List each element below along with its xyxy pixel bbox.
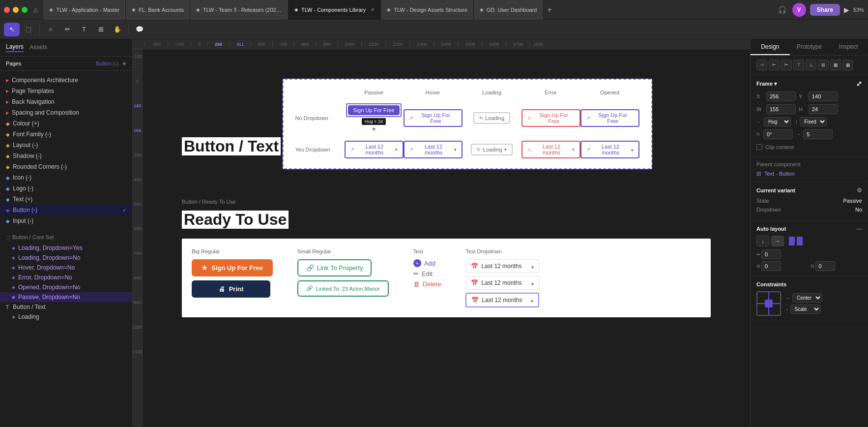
cell-error-no-dropdown[interactable]: ⚠ Sign Up For Free — [521, 109, 580, 127]
text-tool[interactable]: T — [76, 23, 92, 36]
cell-hover-no-dropdown[interactable]: ↗ Sign Up For Free — [404, 109, 463, 127]
page-item-button[interactable]: ◆ Button (-) ✓ — [0, 205, 132, 215]
layer-loading-yes[interactable]: ◈ Loading, Dropdown=Yes — [0, 243, 132, 253]
expand-icon[interactable]: ⤢ — [856, 80, 862, 88]
page-item-shadow[interactable]: ◆ Shadow (-) — [0, 151, 132, 161]
page-item-colour[interactable]: ◆ Colour (+) — [0, 118, 132, 129]
dropdown-widget-1[interactable]: 📅 Last 12 months ▴ — [465, 259, 539, 273]
layer-loading-no[interactable]: ◈ Loading, Dropdown=No — [0, 253, 132, 263]
clip-checkbox[interactable] — [756, 144, 762, 150]
align-top-icon[interactable]: ⊤ — [793, 60, 804, 70]
shape-tool[interactable]: ○ — [43, 23, 58, 36]
inspect-tab[interactable]: Inspect — [829, 39, 868, 55]
page-item-templates[interactable]: ▶ Page Templates — [0, 86, 132, 96]
layer-hover-no[interactable]: ◈ Hover, Dropdown=No — [0, 263, 132, 273]
prototype-tab[interactable]: Prototype — [790, 39, 829, 55]
page-item-spacing[interactable]: ▶ Spacing and Composition — [0, 107, 132, 118]
share-button[interactable]: Share — [810, 4, 840, 16]
y-input[interactable] — [809, 92, 838, 101]
distribute-v-icon[interactable]: ▦ — [842, 60, 853, 70]
maximize-button[interactable] — [22, 7, 28, 13]
hand-tool[interactable]: ✋ — [110, 23, 125, 36]
link-property-button[interactable]: 🔗 Link To Property — [297, 259, 372, 276]
align-right-icon[interactable]: ⊢ — [781, 60, 792, 70]
cell-passive-yes-dropdown[interactable]: ↗ Last 12 months ▾ — [345, 141, 404, 158]
home-icon[interactable]: ⌂ — [33, 6, 37, 14]
align-center-h-icon[interactable]: ⊢ — [769, 60, 780, 70]
delete-button[interactable]: 🗑 Delete — [413, 280, 441, 288]
frame-tool[interactable]: ⬚ — [21, 23, 36, 36]
edit-button[interactable]: ✏ Edit — [413, 270, 433, 277]
pen-tool[interactable]: ✏ — [59, 23, 75, 36]
gap-input[interactable] — [761, 249, 781, 259]
component-tool[interactable]: ⊞ — [93, 23, 109, 36]
loading-button[interactable]: ↻ Loading — [473, 112, 510, 124]
h-constraint-select[interactable]: Center Left Right Scale — [792, 293, 822, 303]
move-tool[interactable]: ↖ — [4, 23, 20, 36]
layer-opened-no[interactable]: ◈ Opened, Dropdown=No — [0, 282, 132, 292]
al-right-arrow[interactable]: → — [771, 236, 784, 246]
pad-right-input[interactable] — [815, 261, 835, 271]
corner-input[interactable] — [803, 129, 833, 139]
align-center-v-icon[interactable]: ⊥ — [806, 60, 816, 70]
fixed-select[interactable]: Fixed Hug Fill — [800, 117, 827, 126]
headphones-icon[interactable]: 🎧 — [776, 4, 788, 16]
error-button[interactable]: ⚠ Sign Up For Free — [521, 109, 580, 127]
tab-bank[interactable]: ◈ FL. Bank Accounts — [126, 0, 190, 20]
page-item-logo[interactable]: ◆ Logo (-) — [0, 183, 132, 194]
cell-loading-yes-dropdown[interactable]: ↻ Loading ▾ — [463, 144, 521, 155]
dropdown-error-button[interactable]: ⚠ Last 12 months ▾ — [521, 141, 580, 158]
distribute-h-icon[interactable]: ▦ — [830, 60, 841, 70]
layers-tab[interactable]: Layers — [6, 43, 24, 52]
layer-button-text[interactable]: T Button / Text — [0, 302, 132, 312]
dropdown-widget-3[interactable]: 📅 Last 12 months ▴ — [465, 293, 539, 307]
dropdown-hover-button[interactable]: ↗ Last 12 months ▾ — [404, 141, 463, 158]
cell-hover-yes-dropdown[interactable]: ↗ Last 12 months ▾ — [404, 141, 463, 158]
page-item-components-arch[interactable]: ▶ Components Architecture — [0, 75, 132, 86]
cell-opened-no-dropdown[interactable]: ↗ Sign Up For Free — [580, 109, 639, 127]
al-down-arrow[interactable]: ↓ — [756, 236, 769, 246]
hug-select[interactable]: Hug Fixed Fill — [764, 117, 791, 126]
user-avatar[interactable]: V — [792, 3, 806, 17]
layer-loading[interactable]: ◈ Loading — [0, 312, 132, 322]
h-input[interactable] — [809, 104, 838, 114]
play-button[interactable]: ▶ — [844, 6, 849, 14]
minimize-button[interactable] — [13, 7, 19, 13]
tab-design-assets[interactable]: ◈ TLW - Design Assets Structure — [381, 0, 474, 20]
align-left-icon[interactable]: ⊣ — [756, 60, 767, 70]
cell-passive-no-dropdown[interactable]: Sign Up For Free Hug × 24 + — [345, 103, 404, 133]
add-button[interactable]: + Add — [413, 259, 435, 267]
parent-comp-label[interactable]: Text - Button — [764, 171, 795, 177]
linked-button[interactable]: 🔗 Linked To: 23 Acton Manor — [297, 280, 389, 297]
page-item-input[interactable]: ◆ Input (-) — [0, 215, 132, 226]
add-page-icon[interactable]: + — [122, 60, 126, 67]
design-tab[interactable]: Design — [751, 39, 790, 55]
page-item-layout[interactable]: ◆ Layout (-) — [0, 140, 132, 151]
v-constraint-select[interactable]: Scale Top Bottom Center — [790, 305, 821, 314]
cell-opened-yes-dropdown[interactable]: ↗ Last 12 months ▴ — [580, 141, 639, 158]
align-bottom-icon[interactable]: ⊞ — [818, 60, 829, 70]
x-input[interactable] — [766, 92, 796, 101]
print-button[interactable]: 🖨 Print — [192, 280, 270, 298]
rotation-input[interactable] — [763, 129, 793, 139]
w-input[interactable] — [766, 104, 796, 114]
opened-button[interactable]: ↗ Sign Up For Free — [580, 109, 639, 127]
layer-passive-no[interactable]: ◆ Passive, Dropdown=No — [0, 292, 132, 302]
page-item-rounded[interactable]: ◆ Rounded Corners (-) — [0, 161, 132, 172]
tab-team[interactable]: ◈ TLW - Team 3 - Releases (2022-2023) — [190, 0, 289, 20]
al-minus-icon[interactable]: — — [857, 226, 862, 232]
signup-hover-button[interactable]: ↗ Sign Up For Free — [404, 109, 463, 127]
page-item-back-nav[interactable]: ▶ Back Navigation — [0, 96, 132, 107]
cell-error-yes-dropdown[interactable]: ⚠ Last 12 months ▾ — [521, 141, 580, 158]
close-button[interactable] — [4, 7, 10, 13]
new-tab-button[interactable]: + — [544, 5, 556, 14]
comment-tool[interactable]: 💬 — [132, 23, 147, 36]
signup-orange-button[interactable]: ★ Sign Up For Free — [192, 259, 273, 276]
close-tab-icon[interactable]: ✕ — [371, 7, 375, 12]
page-item-font[interactable]: ◆ Font Family (-) — [0, 129, 132, 140]
dropdown-passive-button[interactable]: ↗ Last 12 months ▾ — [345, 141, 404, 158]
dropdown-widget-2[interactable]: 📅 Last 12 months ▴ — [465, 276, 539, 290]
dropdown-loading-button[interactable]: ↻ Loading ▾ — [471, 144, 512, 155]
tab-components[interactable]: ◈ TLW - Components Library ✕ — [289, 0, 381, 20]
page-item-icon[interactable]: ◆ Icon (-) — [0, 172, 132, 183]
